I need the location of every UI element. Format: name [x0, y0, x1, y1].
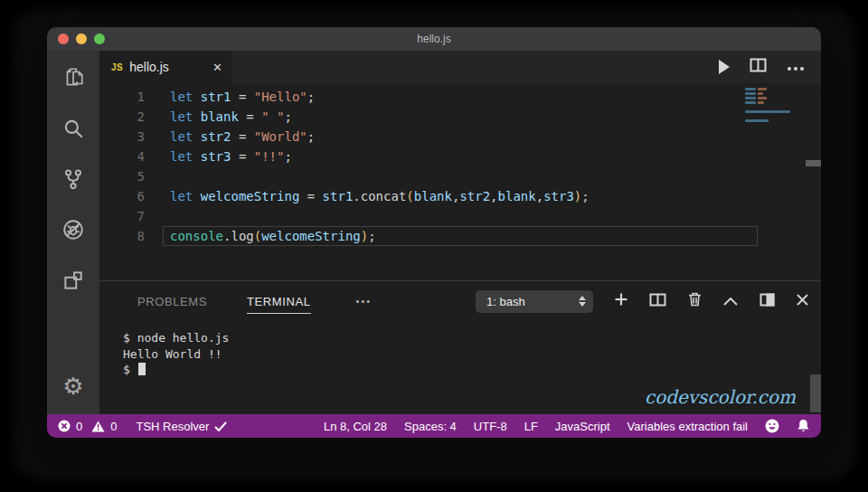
editor-tab-bar: JS hello.js ✕ — [99, 51, 821, 83]
code-line[interactable]: 8console.log(welcomeString); — [99, 226, 821, 246]
activity-bar: ⚙ — [47, 51, 99, 414]
maximize-panel-chevron-icon[interactable] — [723, 293, 738, 309]
tab-close-icon[interactable]: ✕ — [212, 61, 222, 74]
zoom-window-button[interactable] — [94, 33, 105, 44]
settings-gear-icon[interactable]: ⚙ — [62, 374, 83, 398]
javascript-file-icon: JS — [111, 62, 123, 72]
source-control-icon[interactable] — [59, 165, 88, 194]
notifications-bell-icon[interactable] — [797, 419, 810, 433]
line-number: 7 — [99, 206, 145, 226]
new-terminal-icon[interactable] — [615, 293, 627, 309]
select-updown-icon — [579, 296, 586, 307]
status-bar: 0 0 TSH Resolver Ln 8, Col 28 — [47, 414, 821, 438]
encoding-status[interactable]: UTF-8 — [474, 420, 507, 433]
title-bar: hello.js — [47, 27, 821, 51]
shell-select-value: 1: bash — [486, 295, 579, 308]
extension-message-status[interactable]: Variables extraction fail — [627, 420, 748, 433]
terminal-line: $ node hello.js — [123, 330, 821, 346]
vscode-window: hello.js — [47, 27, 821, 438]
error-count: 0 — [76, 420, 82, 433]
tab-terminal[interactable]: TERMINAL — [247, 289, 311, 314]
line-number: 6 — [99, 186, 145, 206]
line-number: 4 — [99, 147, 145, 166]
kill-terminal-trash-icon[interactable] — [688, 292, 702, 310]
terminal-cursor — [138, 363, 146, 375]
terminal-scrollbar[interactable] — [810, 374, 821, 412]
close-window-button[interactable] — [58, 33, 69, 44]
panel-more-icon[interactable]: ••• — [356, 296, 373, 307]
language-mode-status[interactable]: JavaScript — [555, 420, 610, 433]
debug-disabled-icon[interactable] — [59, 215, 88, 244]
code-line[interactable]: 2let blank = " "; — [99, 107, 821, 127]
warning-count: 0 — [110, 420, 117, 433]
cursor-position-status[interactable]: Ln 8, Col 28 — [324, 420, 387, 433]
extensions-icon[interactable] — [59, 266, 88, 295]
tab-problems[interactable]: PROBLEMS — [137, 289, 207, 313]
code-line[interactable]: 4let str3 = "!!"; — [99, 147, 821, 166]
problems-status[interactable]: 0 0 — [58, 420, 117, 433]
eol-status[interactable]: LF — [524, 420, 538, 433]
code-editor[interactable]: 1let str1 = "Hello";2let blank = " ";3le… — [99, 83, 821, 280]
search-icon[interactable] — [59, 114, 88, 143]
line-number: 5 — [99, 166, 145, 186]
code-lines: 1let str1 = "Hello";2let blank = " ";3le… — [99, 83, 821, 246]
code-line[interactable]: 6let welcomeString = str1.concat(blank,s… — [99, 186, 821, 206]
line-number: 3 — [99, 127, 145, 147]
split-terminal-icon[interactable] — [649, 293, 666, 310]
code-line[interactable]: 5 — [99, 166, 821, 186]
screenshot-stage: hello.js — [0, 0, 868, 492]
scrollbar-marker[interactable] — [806, 160, 821, 166]
window-title: hello.js — [47, 33, 821, 45]
panel-header: PROBLEMS TERMINAL ••• 1: bash — [99, 281, 821, 321]
bottom-panel: PROBLEMS TERMINAL ••• 1: bash — [99, 280, 821, 414]
code-line[interactable]: 7 — [99, 206, 821, 226]
split-editor-icon[interactable] — [750, 58, 767, 76]
indentation-status[interactable]: Spaces: 4 — [404, 420, 457, 433]
tsh-resolver-status[interactable]: TSH Resolver — [136, 420, 227, 433]
line-number: 8 — [99, 226, 145, 246]
terminal-line: Hello World !! — [123, 346, 821, 363]
tab-hello-js[interactable]: JS hello.js ✕ — [99, 51, 231, 83]
terminal-output[interactable]: $ node hello.js Hello World !! $ codevsc… — [99, 321, 821, 414]
feedback-smiley-icon[interactable] — [765, 419, 779, 433]
toggle-panel-layout-icon[interactable] — [760, 293, 775, 310]
more-actions-icon[interactable] — [787, 59, 805, 75]
minimap[interactable] — [745, 88, 801, 124]
watermark-text: codevscolor.com — [645, 390, 796, 406]
explorer-icon[interactable] — [59, 63, 88, 92]
terminal-shell-select[interactable]: 1: bash — [476, 290, 593, 313]
close-panel-icon[interactable] — [797, 293, 808, 309]
line-number: 1 — [99, 87, 145, 107]
minimize-window-button[interactable] — [76, 33, 87, 44]
run-file-icon[interactable] — [719, 60, 730, 74]
terminal-prompt-line: $ — [123, 362, 821, 378]
line-number: 2 — [99, 107, 145, 127]
code-line[interactable]: 3let str2 = "World"; — [99, 127, 821, 147]
code-line[interactable]: 1let str1 = "Hello"; — [99, 87, 821, 107]
tab-label: hello.js — [129, 60, 205, 74]
